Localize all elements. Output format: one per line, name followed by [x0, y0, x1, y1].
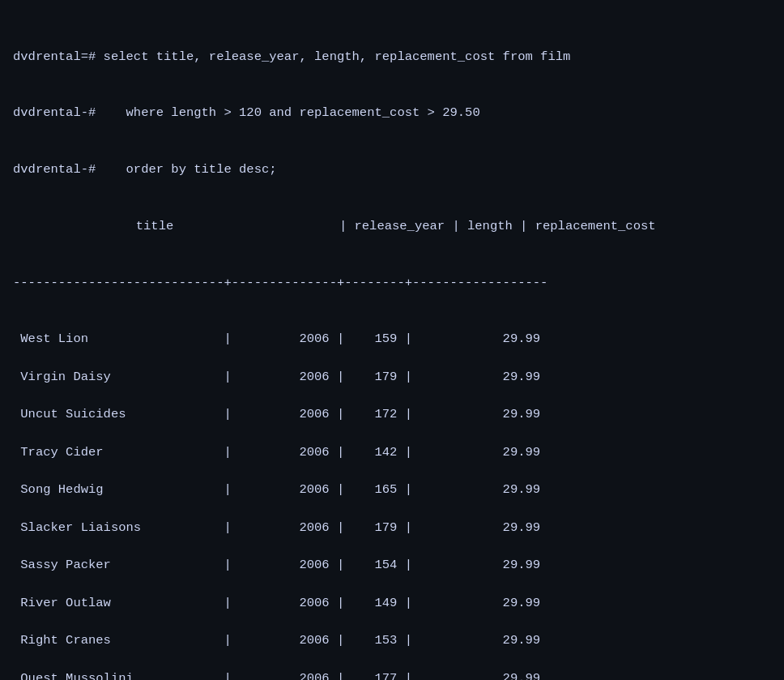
table-row: Song Hedwig | 2006 | 165 | 29.99 — [13, 481, 771, 499]
table-body: West Lion | 2006 | 159 | 29.99 Virgin Da… — [13, 330, 771, 680]
terminal-window: dvdrental=# select title, release_year, … — [8, 6, 776, 680]
table-header: title | release_year | length | replacem… — [13, 217, 771, 236]
prompt-line-1: dvdrental=# select title, release_year, … — [13, 48, 771, 66]
table-row: River Outlaw | 2006 | 149 | 29.99 — [13, 594, 771, 613]
table-separator: ----------------------------+-----------… — [13, 274, 771, 293]
prompt-line-3: dvdrental-# order by title desc; — [13, 160, 771, 179]
table-row: Sassy Packer | 2006 | 154 | 29.99 — [13, 556, 771, 575]
table-row: West Lion | 2006 | 159 | 29.99 — [13, 330, 771, 349]
table-row: Slacker Liaisons | 2006 | 179 | 29.99 — [13, 519, 771, 537]
table-row: Virgin Daisy | 2006 | 179 | 29.99 — [13, 368, 771, 387]
prompt-line-2: dvdrental-# where length > 120 and repla… — [13, 104, 771, 122]
table-row: Right Cranes | 2006 | 153 | 29.99 — [13, 631, 771, 650]
table-row: Uncut Suicides | 2006 | 172 | 29.99 — [13, 405, 771, 424]
table-row: Quest Mussolini | 2006 | 177 | 29.99 — [13, 669, 771, 680]
table-row: Tracy Cider | 2006 | 142 | 29.99 — [13, 443, 771, 462]
